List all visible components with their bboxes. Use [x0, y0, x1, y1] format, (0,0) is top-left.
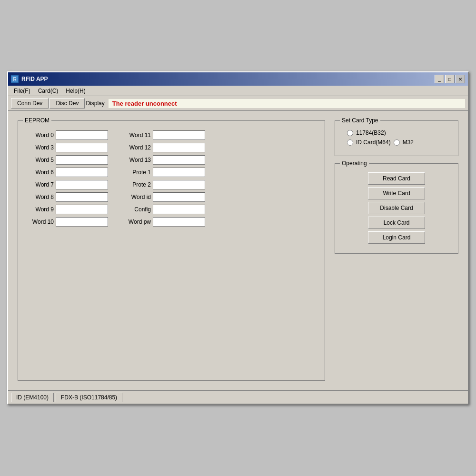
radio-m32[interactable]: [394, 139, 400, 146]
eeprom-legend: EEPROM: [23, 117, 51, 124]
word6-input[interactable]: [56, 168, 108, 177]
write-card-button[interactable]: Write Card: [368, 187, 425, 199]
lock-card-button[interactable]: Lock Card: [368, 217, 425, 229]
table-row: Word 11: [122, 130, 205, 140]
set-card-legend: Set Card Type: [340, 117, 380, 124]
set-card-panel: Set Card Type 11784(B32) ID Card(M64) M3…: [335, 120, 458, 156]
display-label: Display: [86, 100, 104, 107]
table-row: Word pw: [122, 217, 205, 227]
word13-label: Word 13: [122, 157, 151, 163]
word5-input[interactable]: [56, 155, 108, 165]
menu-file[interactable]: File(F): [10, 87, 34, 95]
wordpw-label: Word pw: [122, 218, 151, 225]
table-row: Word id: [122, 192, 205, 202]
wordpw-input[interactable]: [153, 217, 205, 227]
table-row: Config: [122, 205, 205, 214]
maximize-button[interactable]: □: [445, 75, 455, 83]
word3-label: Word 3: [25, 144, 54, 151]
table-row: Word 0: [25, 130, 108, 140]
operating-panel: Operating Read Card Write Card Disable C…: [335, 163, 458, 254]
radio-m32-label: M32: [403, 139, 414, 146]
word13-input[interactable]: [153, 155, 205, 165]
word11-input[interactable]: [153, 130, 205, 140]
word9-label: Word 9: [25, 206, 54, 213]
word5-label: Word 5: [25, 157, 54, 163]
read-card-button[interactable]: Read Card: [368, 172, 425, 185]
word10-label: Word 10: [25, 218, 54, 225]
prote1-label: Prote 1: [122, 169, 151, 176]
word0-label: Word 0: [25, 132, 54, 139]
table-row: Word 6: [25, 168, 108, 177]
title-bar-left: R RFID APP: [11, 75, 48, 83]
card-type-row-0: 11784(B32): [342, 129, 451, 136]
login-card-button[interactable]: Login Card: [368, 231, 425, 244]
status-bar: ID (EM4100) FDX-B (ISO11784/85): [8, 390, 468, 404]
status-tab-fdxb[interactable]: FDX-B (ISO11784/85): [56, 393, 122, 402]
table-row: Word 10: [25, 217, 108, 227]
wordid-input[interactable]: [153, 192, 205, 202]
right-panel: Set Card Type 11784(B32) ID Card(M64) M3…: [335, 120, 458, 381]
menu-help[interactable]: Help(H): [62, 87, 89, 95]
table-row: Prote 1: [122, 168, 205, 177]
word12-input[interactable]: [153, 143, 205, 152]
eeprom-panel: EEPROM Word 0 Word 3 Word 5: [18, 120, 325, 381]
prote2-label: Prote 2: [122, 181, 151, 188]
operating-legend: Operating: [340, 160, 369, 167]
config-input[interactable]: [153, 205, 205, 214]
eeprom-right-column: Word 11 Word 12 Word 13 Prote 1: [122, 130, 205, 227]
word12-label: Word 12: [122, 144, 151, 151]
card-type-row-1: ID Card(M64) M32: [342, 139, 451, 146]
title-bar: R RFID APP _ □ ✕: [8, 72, 468, 86]
window-title: RFID APP: [21, 76, 48, 82]
toolbar: Conn Dev Disc Dev Display The reader unc…: [8, 96, 468, 111]
conn-dev-button[interactable]: Conn Dev: [11, 98, 49, 109]
table-row: Prote 2: [122, 180, 205, 189]
menu-bar: File(F) Card(C) Help(H): [8, 86, 468, 96]
table-row: Word 9: [25, 205, 108, 214]
title-buttons: _ □ ✕: [435, 75, 465, 83]
table-row: Word 13: [122, 155, 205, 165]
radio-11784-label: 11784(B32): [356, 129, 386, 136]
radio-idcard-label: ID Card(M64): [356, 139, 391, 146]
eeprom-fields: Word 0 Word 3 Word 5 Word 6: [25, 130, 317, 227]
eeprom-left-column: Word 0 Word 3 Word 5 Word 6: [25, 130, 108, 227]
menu-card[interactable]: Card(C): [34, 87, 62, 95]
disc-dev-button[interactable]: Disc Dev: [50, 98, 85, 109]
word6-label: Word 6: [25, 169, 54, 176]
main-content: EEPROM Word 0 Word 3 Word 5: [8, 111, 468, 390]
word7-label: Word 7: [25, 181, 54, 188]
word3-input[interactable]: [56, 143, 108, 152]
main-window: R RFID APP _ □ ✕ File(F) Card(C) Help(H)…: [7, 71, 469, 405]
word10-input[interactable]: [56, 217, 108, 227]
table-row: Word 7: [25, 180, 108, 189]
word0-input[interactable]: [56, 130, 108, 140]
word11-label: Word 11: [122, 132, 151, 139]
table-row: Word 12: [122, 143, 205, 152]
prote1-input[interactable]: [153, 168, 205, 177]
word7-input[interactable]: [56, 180, 108, 189]
connection-status: The reader unconnect: [109, 99, 465, 108]
disable-card-button[interactable]: Disable Card: [368, 202, 425, 214]
table-row: Word 5: [25, 155, 108, 165]
table-row: Word 8: [25, 192, 108, 202]
radio-idcard[interactable]: [347, 139, 353, 146]
word8-label: Word 8: [25, 194, 54, 200]
wordid-label: Word id: [122, 194, 151, 200]
config-label: Config: [122, 206, 151, 213]
close-button[interactable]: ✕: [456, 75, 465, 83]
table-row: Word 3: [25, 143, 108, 152]
radio-11784[interactable]: [347, 130, 353, 136]
word8-input[interactable]: [56, 192, 108, 202]
status-tab-em4100[interactable]: ID (EM4100): [11, 393, 54, 402]
prote2-input[interactable]: [153, 180, 205, 189]
word9-input[interactable]: [56, 205, 108, 214]
minimize-button[interactable]: _: [435, 75, 444, 83]
app-icon: R: [11, 75, 19, 83]
